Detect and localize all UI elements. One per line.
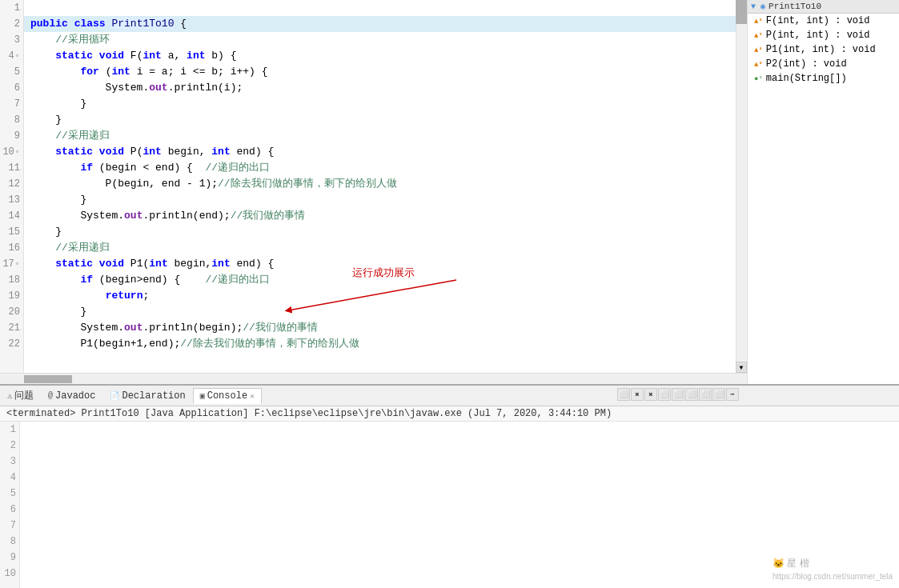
- code-line-7: }: [24, 96, 736, 112]
- code-content[interactable]: public class Print1To10 { //采用循环 static …: [24, 0, 736, 373]
- outline-item-F[interactable]: ▲ˢ F(int, int) : void: [748, 14, 899, 28]
- outline-item-P2[interactable]: ▲ˢ P2(int) : void: [748, 57, 899, 71]
- outline-method-icon-P2: ▲ˢ: [754, 60, 763, 69]
- line-num-10: 10◦: [0, 144, 23, 160]
- outline-method-icon-P1: ▲ˢ: [754, 46, 763, 54]
- line-num-22: 22: [0, 336, 23, 352]
- watermark-text: 星 楷: [787, 558, 809, 569]
- line-num-20: 20: [0, 304, 23, 320]
- outline-label-P2: P2(int) : void: [766, 58, 847, 70]
- line-num-7: 7: [0, 96, 23, 112]
- console-num-7: 7: [0, 518, 19, 534]
- outline-item-P1[interactable]: ▲ˢ P1(int, int) : void: [748, 42, 899, 57]
- line-num-12: 12: [0, 176, 23, 192]
- code-line-4: static void F(int a, int b) {: [24, 48, 736, 64]
- console-output-9: [26, 550, 893, 566]
- watermark-url: https://blog.csdn.net/summer_tela: [773, 572, 893, 581]
- console-header: <terminated> Print1To10 [Java Applicatio…: [0, 406, 899, 422]
- remove-button[interactable]: ✖: [631, 388, 644, 401]
- console-output-1: [26, 422, 893, 438]
- console-output-3: [26, 454, 893, 470]
- line-num-17: 17◦: [0, 256, 23, 272]
- outline-label-P1: P1(int, int) : void: [766, 44, 876, 55]
- tab-declaration[interactable]: 📄 Declaration: [102, 388, 192, 404]
- code-line-20: }: [24, 304, 736, 320]
- console-num-10: 10: [0, 566, 19, 582]
- code-line-10: static void P(int begin, int end) {: [24, 144, 736, 160]
- console-num-4: 4: [0, 470, 19, 486]
- outline-item-main[interactable]: ●ˢ main(String[]): [748, 71, 899, 86]
- line-num-6: 6: [0, 80, 23, 96]
- code-line-9: //采用递归: [24, 128, 736, 144]
- console-output-5: [26, 486, 893, 502]
- console-num-3: 3: [0, 454, 19, 470]
- code-line-17: static void P1(int begin,int end) {: [24, 256, 736, 272]
- line-num-2: 2: [0, 16, 23, 32]
- tab-problems[interactable]: ⚠ 问题: [0, 386, 41, 405]
- clear-button[interactable]: ✖: [644, 388, 657, 401]
- line-num-4: 4◦: [0, 48, 23, 64]
- console-num-6: 6: [0, 502, 19, 518]
- tab-console[interactable]: ▣ Console ✕: [193, 388, 262, 404]
- code-panel: 1 2 3 4◦ 5 6 7 8 9 10◦ 11 12 13 14 15 16…: [0, 0, 747, 384]
- line-num-21: 21: [0, 320, 23, 336]
- tab-declaration-label: Declaration: [122, 390, 185, 402]
- bottom-panel: ⚠ 问题 @ Javadoc 📄 Declaration ▣ Console ✕…: [0, 384, 899, 588]
- new-console-button[interactable]: ⬜: [712, 388, 725, 401]
- tab-javadoc[interactable]: @ Javadoc: [41, 388, 102, 404]
- line-num-5: 5: [0, 64, 23, 80]
- console-status-text: <terminated> Print1To10 [Java Applicatio…: [6, 408, 612, 419]
- console-body: [20, 422, 899, 588]
- code-line-21: System.out.println(begin);//我们做的事情: [24, 320, 736, 336]
- code-line-16: //采用递归: [24, 240, 736, 256]
- console-line-numbers: 1 2 3 4 5 6 7 8 9 10: [0, 422, 20, 588]
- line-num-16: 16: [0, 240, 23, 256]
- outline-panel: ▼ ◉ Print1To10 ▲ˢ F(int, int) : void ▲ˢ …: [747, 0, 899, 384]
- scroll-down-button[interactable]: ▼: [736, 362, 747, 373]
- pin-view-button[interactable]: ➡: [726, 388, 739, 401]
- code-line-11: if (begin < end) { //递归的出口: [24, 160, 736, 176]
- outline-method-icon-F: ▲ˢ: [754, 17, 763, 26]
- console-icon: ▣: [200, 391, 205, 401]
- code-line-8: }: [24, 112, 736, 128]
- horizontal-scrollbar[interactable]: [0, 373, 747, 384]
- outline-class-icon: ▼ ◉: [751, 2, 765, 11]
- bottom-tabs-row: ⚠ 问题 @ Javadoc 📄 Declaration ▣ Console ✕…: [0, 386, 899, 406]
- outline-label-main: main(String[]): [766, 73, 847, 84]
- outline-method-icon-P: ▲ˢ: [754, 31, 763, 40]
- line-num-1: 1: [0, 0, 23, 16]
- line-num-9: 9: [0, 128, 23, 144]
- pin-button[interactable]: ⬜: [672, 388, 684, 401]
- outline-label-P: P(int, int) : void: [766, 30, 870, 41]
- console-num-8: 8: [0, 534, 19, 550]
- outline-header: ▼ ◉ Print1To10: [748, 0, 899, 14]
- console-content[interactable]: 1 2 3 4 5 6 7 8 9 10: [0, 422, 899, 588]
- outline-class-name: Print1To10: [769, 2, 821, 11]
- console-close-icon[interactable]: ✕: [250, 392, 254, 401]
- line-num-13: 13: [0, 192, 23, 208]
- code-line-18: if (begin>end) { //递归的出口: [24, 272, 736, 288]
- scroll-lock-button[interactable]: ⬜: [658, 388, 671, 401]
- code-line-1: [24, 0, 736, 16]
- word-wrap-button[interactable]: ⬜: [685, 388, 698, 401]
- code-line-13: }: [24, 192, 736, 208]
- tab-javadoc-label: Javadoc: [55, 390, 95, 402]
- console-num-5: 5: [0, 486, 19, 502]
- console-output-10: [26, 566, 893, 582]
- stop-button[interactable]: ⬜: [617, 388, 630, 401]
- watermark: 🐱 星 楷 https://blog.csdn.net/summer_tela: [773, 557, 893, 582]
- code-line-22: P1(begin+1,end);//除去我们做的事情，剩下的给别人做: [24, 336, 736, 352]
- open-console-button[interactable]: ⬜: [699, 388, 712, 401]
- h-scroll-thumb[interactable]: [24, 375, 72, 383]
- javadoc-icon: @: [48, 391, 53, 400]
- console-num-1: 1: [0, 422, 19, 438]
- scroll-thumb[interactable]: [736, 0, 747, 24]
- console-output-4: [26, 470, 893, 486]
- console-output-8: [26, 534, 893, 550]
- vertical-scrollbar[interactable]: ▲ ▼: [736, 0, 747, 373]
- line-num-8: 8: [0, 112, 23, 128]
- outline-label-F: F(int, int) : void: [766, 15, 870, 26]
- outline-item-P[interactable]: ▲ˢ P(int, int) : void: [748, 28, 899, 42]
- line-num-19: 19: [0, 288, 23, 304]
- console-num-9: 9: [0, 550, 19, 566]
